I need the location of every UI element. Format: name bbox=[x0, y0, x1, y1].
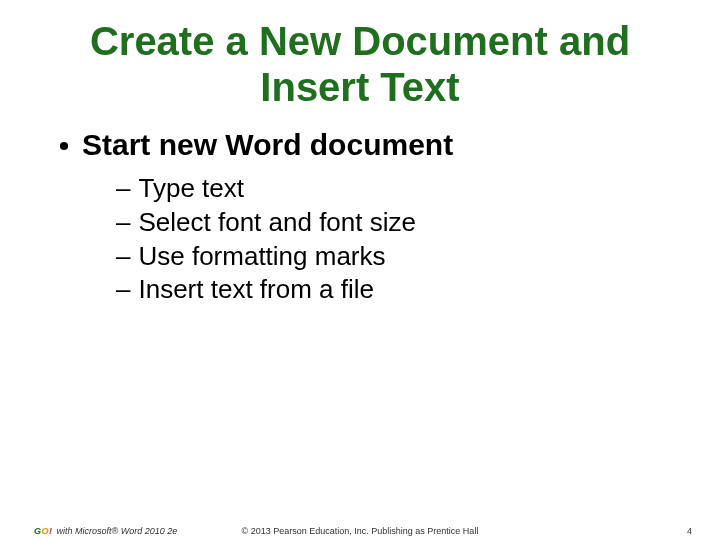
bullet-level1: Start new Word document bbox=[60, 128, 680, 162]
list-item: – Use formatting marks bbox=[116, 240, 680, 274]
logo-letter: O bbox=[42, 526, 50, 536]
list-item-text: Insert text from a file bbox=[138, 273, 374, 307]
dash-icon: – bbox=[116, 206, 130, 240]
footer-left: GO! with Microsoft® Word 2010 2e bbox=[34, 526, 177, 536]
slide-title: Create a New Document and Insert Text bbox=[40, 18, 680, 110]
page-number: 4 bbox=[687, 526, 692, 536]
sublist: – Type text – Select font and font size … bbox=[116, 172, 680, 307]
list-item-text: Type text bbox=[138, 172, 244, 206]
dash-icon: – bbox=[116, 172, 130, 206]
list-item: – Select font and font size bbox=[116, 206, 680, 240]
slide-footer: GO! with Microsoft® Word 2010 2e © 2013 … bbox=[0, 522, 720, 540]
dash-icon: – bbox=[116, 240, 130, 274]
logo: GO! bbox=[34, 526, 53, 536]
footer-product-line: with Microsoft® Word 2010 2e bbox=[57, 526, 178, 536]
slide-body: Start new Word document – Type text – Se… bbox=[60, 128, 680, 307]
list-item-text: Select font and font size bbox=[138, 206, 416, 240]
bullet-level1-text: Start new Word document bbox=[82, 128, 453, 162]
slide: Create a New Document and Insert Text St… bbox=[0, 18, 720, 540]
logo-letter: G bbox=[34, 526, 42, 536]
list-item: – Insert text from a file bbox=[116, 273, 680, 307]
list-item-text: Use formatting marks bbox=[138, 240, 385, 274]
dash-icon: – bbox=[116, 273, 130, 307]
list-item: – Type text bbox=[116, 172, 680, 206]
bullet-dot-icon bbox=[60, 142, 68, 150]
logo-letter: ! bbox=[49, 526, 53, 536]
